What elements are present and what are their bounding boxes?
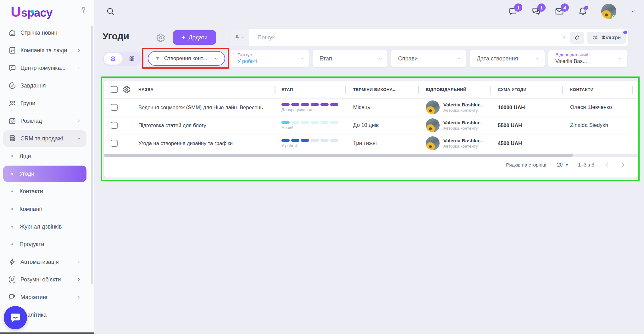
list-view-icon [110,55,116,62]
column-header-name[interactable]: НАЗВА [135,87,275,92]
search-pin-dropdown[interactable] [230,29,249,46]
sidebar-item-newsfeed[interactable]: Стрічка новин [0,24,94,42]
sidebar-item-call-log[interactable]: Журнал дзвінків [0,218,94,235]
filters-button-label: Фільтри [602,35,621,41]
add-button-label: Додати [189,34,208,41]
sidebar-item-tasks[interactable]: Завдання [0,77,94,94]
check-circle-icon [8,82,16,90]
chat-icon[interactable]: 1 [508,7,518,16]
column-header-stage[interactable]: ЕТАП [275,87,345,92]
pin-icon [234,35,240,41]
term-value: Місяць [353,104,370,110]
chevron-right-icon [76,48,81,53]
sidebar-item-company-people[interactable]: Компанія та люди [0,42,94,59]
sidebar-scrollbar[interactable] [91,26,93,284]
select-all-checkbox[interactable] [111,86,118,93]
uspacy-logo[interactable]: U spacy [11,3,53,20]
responsible-cell[interactable]: Valeriia Bashkir... Авторка контенту [426,136,490,150]
column-header-responsible[interactable]: ВІДПОВІДАЛЬНИЙ [418,87,490,92]
filters-button[interactable]: Фільтри [587,32,626,44]
table-row[interactable]: Ведення соцмереж (SMM) для Нью лайн. Вер… [104,99,638,116]
search-input[interactable] [249,34,563,41]
list-view-button[interactable] [104,53,122,65]
column-divider[interactable] [275,86,275,94]
chat-launcher-button[interactable] [4,306,27,329]
table-row[interactable]: Підготовка статей для блогу Новий До 10 … [104,116,638,134]
column-header-terms[interactable]: ТЕРМІНИ ВИКОНА... [345,87,418,92]
sidebar-item-communications[interactable]: Центр комуніка... [0,59,94,77]
logo-text: spacy [21,6,53,20]
sidebar-item-contacts[interactable]: Контакти [0,183,94,200]
sidebar-item-smart-objects[interactable]: Розумні об'єкти [0,271,94,288]
page-settings-gear-icon[interactable] [156,33,165,42]
company-icon [8,46,16,54]
filter-activities[interactable]: Справи [391,50,466,67]
profile-chevron-down-icon[interactable] [630,8,636,14]
horizontal-scrollbar-thumb[interactable] [104,154,573,157]
sidebar-menu: Стрічка новин Компанія та люди Центр ком… [0,24,94,324]
column-divider[interactable] [632,86,633,94]
lightning-icon [8,258,16,266]
responsible-cell[interactable]: Valeriia Bashkir... Авторка контенту [426,100,490,114]
chevron-down-icon [378,56,383,61]
bullet-dot [11,243,13,245]
sidebar-item-crm[interactable]: CRM та продажі [3,130,86,147]
chevron-right-icon [76,295,81,300]
sidebar-item-products[interactable]: Продукти [0,235,94,253]
add-button[interactable]: + Додати [173,30,216,45]
mail-icon[interactable]: 4 [555,7,564,16]
sidebar-item-companies[interactable]: Компанії [0,200,94,218]
column-header-contacts[interactable]: КОНТАКТИ [562,87,632,92]
sidebar-item-deals[interactable]: Угоди [3,166,86,182]
stage-label: Доопрацювання [281,107,345,112]
chat-badge: 1 [514,3,522,12]
search-icon[interactable] [106,7,115,16]
column-divider[interactable] [490,86,491,94]
user-avatar[interactable] [601,4,616,19]
logo-dot [31,10,34,14]
row-checkbox[interactable] [111,140,118,147]
column-divider[interactable] [345,86,346,94]
row-checkbox[interactable] [111,104,118,111]
clear-search-button[interactable] [570,32,584,44]
previous-page-button[interactable] [604,161,611,168]
column-header-amount[interactable]: СУМА УГОДИ [490,87,562,92]
responsible-cell[interactable]: Valeriia Bashkir... Авторка контенту [426,118,490,132]
filter-status[interactable]: Статус У роботі [230,50,309,67]
sidebar-item-schedule[interactable]: Розклад [0,112,94,130]
filter-created-date[interactable]: Дата створення [470,50,545,67]
next-page-button[interactable] [620,161,627,168]
sidebar-item-automation[interactable]: Автоматизація [0,253,94,271]
kanban-view-button[interactable] [122,52,142,66]
deal-name-link[interactable]: Ведення соцмереж (SMM) для Нью лайн. Вер… [138,105,263,110]
rows-per-page-select[interactable]: 20 [557,162,569,168]
filter-stage[interactable]: Етап [313,50,387,67]
chevron-down-icon [241,36,245,40]
sidebar-item-marketing[interactable]: Маркетинг [0,288,94,306]
bullet-dot [11,190,13,192]
filter-responsible[interactable]: Відповідальний Valeriia Bas... [548,50,627,67]
bell-icon[interactable] [578,7,587,16]
deal-name-link[interactable]: Підготовка статей для блогу [138,122,206,128]
page-title: Угоди [103,31,129,42]
contact-link[interactable]: Zinaida Siedykh [570,122,608,128]
sidebar-item-groups[interactable]: Групи [0,94,94,112]
filters-active-dot [623,31,627,34]
term-value: Три тижні [353,140,377,146]
row-checkbox[interactable] [111,122,118,129]
table-row[interactable]: Угода на створення дизайну та графіки У … [104,134,638,152]
stage-cell: Доопрацювання [275,103,345,112]
column-divider[interactable] [562,86,563,94]
funnel-select-dropdown[interactable]: Створення конт... [148,51,225,66]
table-settings-gear-icon[interactable] [123,86,135,93]
sidebar-pin-icon[interactable] [79,6,87,14]
table-header-row: НАЗВА ЕТАП ТЕРМІНИ ВИКОНА... ВІДПОВІДАЛЬ… [104,81,638,99]
deal-name-link[interactable]: Угода на створення дизайну та графіки [138,140,233,146]
contact-link[interactable]: Олеся Шевченко [570,104,612,110]
plus-icon: + [181,34,186,41]
megaphone-icon [8,293,16,301]
sidebar-item-leads[interactable]: Ліди [0,147,94,165]
column-divider[interactable] [418,86,419,94]
group-chat-icon[interactable]: 1 [531,7,541,16]
responsible-avatar [426,118,440,132]
